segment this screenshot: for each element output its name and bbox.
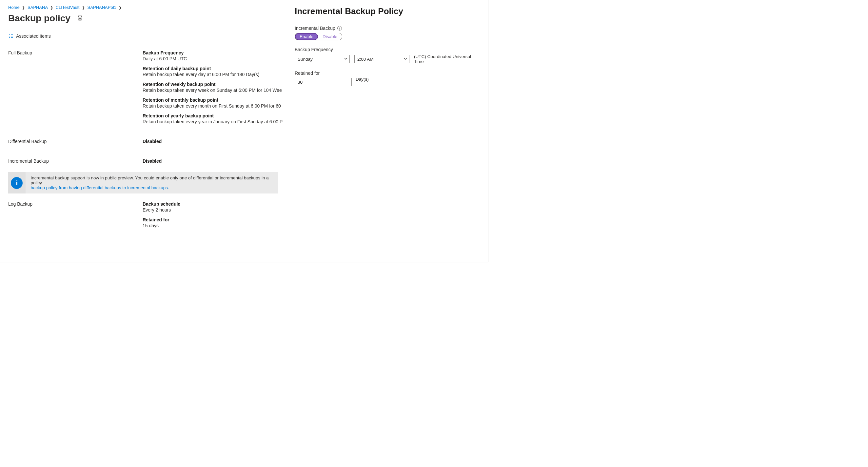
toolbar: Associated items bbox=[8, 30, 278, 42]
differential-body: Disabled bbox=[143, 139, 283, 156]
info-icon-box: i bbox=[8, 172, 26, 194]
banner-text-line: Incremental backup support is now in pub… bbox=[31, 175, 269, 185]
log-retained-value: 15 days bbox=[143, 223, 278, 228]
time-select[interactable] bbox=[354, 55, 409, 63]
side-title: Incremental Backup Policy bbox=[295, 6, 479, 17]
retention-monthly-value: Retain backup taken every month on First… bbox=[143, 103, 283, 109]
enable-disable-toggle[interactable]: Enable Disable bbox=[295, 33, 342, 40]
retained-label: Retained for bbox=[295, 70, 479, 76]
side-blade: Incremental Backup Policy Incremental Ba… bbox=[286, 0, 488, 262]
banner-link[interactable]: backup policy from having differential b… bbox=[31, 185, 169, 190]
retention-weekly-label: Retention of weekly backup point bbox=[143, 82, 283, 87]
list-icon bbox=[8, 33, 13, 39]
retention-daily-label: Retention of daily backup point bbox=[143, 66, 283, 71]
incremental-label: Incremental Backup bbox=[8, 158, 143, 164]
differential-status: Disabled bbox=[143, 139, 283, 144]
info-icon[interactable]: i bbox=[337, 26, 342, 30]
retention-weekly-value: Retain backup taken every week on Sunday… bbox=[143, 88, 283, 93]
toggle-enable[interactable]: Enable bbox=[295, 33, 318, 40]
log-backup-label: Log Backup bbox=[8, 201, 143, 207]
chevron-right-icon: ❯ bbox=[21, 6, 26, 9]
log-backup-body: Backup schedule Every 2 hours Retained f… bbox=[143, 201, 278, 241]
incremental-status: Disabled bbox=[143, 158, 283, 164]
retention-monthly-label: Retention of monthly backup point bbox=[143, 97, 283, 103]
log-schedule-label: Backup schedule bbox=[143, 201, 278, 207]
chevron-right-icon: ❯ bbox=[117, 6, 123, 9]
retained-unit: Day(s) bbox=[355, 77, 369, 82]
breadcrumb: Home ❯ SAPHANA ❯ CLITestVault ❯ SAPHANAP… bbox=[8, 5, 278, 10]
day-select[interactable] bbox=[295, 55, 350, 63]
chevron-right-icon: ❯ bbox=[49, 6, 54, 9]
differential-label: Differential Backup bbox=[8, 139, 143, 144]
info-banner: i Incremental backup support is now in p… bbox=[8, 172, 278, 194]
info-icon: i bbox=[11, 177, 23, 189]
log-schedule-value: Every 2 hours bbox=[143, 207, 278, 212]
backup-freq-label: Backup Frequency bbox=[143, 50, 283, 55]
freq-label: Backup Frequency bbox=[295, 47, 479, 52]
associated-items-button[interactable]: Associated items bbox=[16, 33, 51, 39]
timezone-text: (UTC) Coordinated Universal Time bbox=[414, 54, 479, 64]
breadcrumb-policy[interactable]: SAPHANAPol1 bbox=[88, 5, 116, 10]
log-retained-label: Retained for bbox=[143, 217, 278, 222]
breadcrumb-home[interactable]: Home bbox=[8, 5, 20, 10]
retention-yearly-value: Retain backup taken every year in Januar… bbox=[143, 119, 283, 124]
toggle-disable[interactable]: Disable bbox=[318, 33, 342, 40]
retained-input[interactable] bbox=[295, 78, 352, 86]
incremental-body: Disabled bbox=[143, 158, 283, 171]
banner-text: Incremental backup support is now in pub… bbox=[31, 172, 278, 194]
print-icon[interactable] bbox=[77, 15, 83, 22]
chevron-right-icon: ❯ bbox=[81, 6, 86, 9]
full-backup-label: Full Backup bbox=[8, 50, 143, 55]
full-backup-body: Backup Frequency Daily at 6:00 PM UTC Re… bbox=[143, 50, 283, 137]
incremental-toggle-label: Incremental Backup i bbox=[295, 26, 479, 31]
breadcrumb-saphana[interactable]: SAPHANA bbox=[28, 5, 48, 10]
breadcrumb-vault[interactable]: CLITestVault bbox=[56, 5, 80, 10]
main-content: Home ❯ SAPHANA ❯ CLITestVault ❯ SAPHANAP… bbox=[0, 0, 286, 262]
backup-freq-value: Daily at 6:00 PM UTC bbox=[143, 56, 283, 61]
retention-yearly-label: Retention of yearly backup point bbox=[143, 113, 283, 118]
page-title: Backup policy bbox=[8, 13, 70, 24]
time-select-input[interactable] bbox=[354, 55, 409, 63]
day-select-input[interactable] bbox=[295, 55, 350, 63]
retention-daily-value: Retain backup taken every day at 6:00 PM… bbox=[143, 72, 283, 77]
